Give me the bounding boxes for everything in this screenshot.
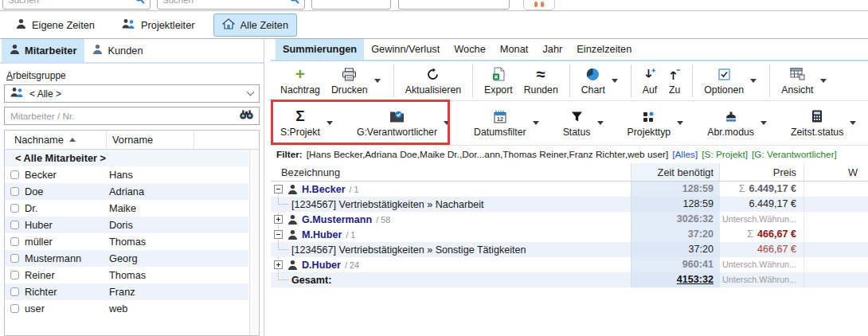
tab-kunden[interactable]: Kunden <box>84 39 151 62</box>
toolbar-button-nachtrag[interactable]: +Nachtrag <box>275 61 326 100</box>
toolbar-button-projekttyp[interactable]: Projekttyp <box>622 101 691 145</box>
toolbar-button-chart[interactable]: Chart <box>576 61 625 100</box>
toolbar-button-abr-modus[interactable]: Abr.modus <box>702 101 774 145</box>
tab-gewinn-verlust[interactable]: Gewinn/Verlust <box>364 39 447 60</box>
toolbar-button-zeitst-status[interactable]: Zeitst.status <box>785 101 863 145</box>
toolbar-button-zu[interactable]: Zu <box>663 61 686 100</box>
projekttyp-dropdown-arrow[interactable] <box>677 121 683 125</box>
chart-dropdown-arrow[interactable] <box>612 79 618 83</box>
employee-checkbox[interactable] <box>10 187 19 196</box>
column-header-waehrung[interactable]: W <box>803 163 868 181</box>
employee-row[interactable]: BeckerHans <box>5 166 248 183</box>
panel-splitter[interactable] <box>264 39 271 336</box>
employee-checkbox[interactable] <box>10 271 19 279</box>
tab-woche[interactable]: Woche <box>447 39 493 60</box>
view-tab-projektleiter[interactable]: Projektleiter <box>113 14 204 37</box>
employee-row[interactable]: RichterFranz <box>5 283 248 300</box>
employee-row[interactable]: DoeAdriana <box>5 183 248 200</box>
status-dropdown-arrow[interactable] <box>597 121 604 125</box>
filter-group-mode: [G: Verantwortlicher] <box>752 149 837 160</box>
g-verantwortlicher-dropdown-arrow[interactable] <box>444 121 450 125</box>
employee-checkbox[interactable] <box>10 304 19 313</box>
zeitst-status-dropdown-arrow[interactable] <box>850 121 856 125</box>
tab-jahr[interactable]: Jahr <box>535 39 569 60</box>
filter-employees: [Hans Becker,Adriana Doe,Maike Dr.,Dor..… <box>307 149 668 160</box>
employee-search-input[interactable]: Mitarbeiter / Nr. <box>4 107 260 125</box>
employee-row[interactable]: Dr.Maike <box>5 200 248 217</box>
toolbar-button-drucken[interactable]: Drucken <box>326 61 388 100</box>
tab-summierungen[interactable]: Summierungen <box>276 39 364 60</box>
abr-modus-dropdown-arrow[interactable] <box>760 121 767 125</box>
employee-row[interactable]: ReinerThomas <box>5 267 248 283</box>
optionen-dropdown-arrow[interactable] <box>750 79 757 83</box>
warning-icon <box>534 2 538 7</box>
toolbar-button-status[interactable]: Status <box>557 101 611 145</box>
toolbar-button-export[interactable]: Export <box>479 61 518 100</box>
options-check-icon <box>718 66 730 82</box>
collapse-toggle[interactable] <box>274 185 283 193</box>
search-input[interactable]: Suchen <box>2 0 151 10</box>
ansicht-dropdown-arrow[interactable] <box>820 79 827 83</box>
column-header-zeit[interactable]: Zeit benötigt <box>631 163 719 181</box>
toolbar-button-datumsfilter[interactable]: 12Datumsfilter <box>468 101 546 145</box>
toolbar-button-body: Projekttyp <box>628 108 671 138</box>
scrollbar-track[interactable] <box>249 150 259 335</box>
view-tab-alle-zeiten[interactable]: Alle Zeiten <box>213 14 297 37</box>
employee-checkbox[interactable] <box>10 170 19 179</box>
toolbar-button-auf[interactable]: Auf <box>637 61 663 100</box>
expand-toggle[interactable] <box>274 215 283 224</box>
expand-toggle[interactable] <box>274 260 283 269</box>
summary-row[interactable]: M.Huber/ 137:20Σ466,67 € <box>271 227 868 242</box>
employee-row[interactable]: userweb <box>5 300 248 317</box>
tab-einzelzeiten[interactable]: Einzelzeiten <box>569 39 639 60</box>
toolbar-button-runden[interactable]: ≈Runden <box>518 61 564 100</box>
column-header-preis[interactable]: Preis <box>719 163 803 181</box>
toolbar-button-ansicht[interactable]: Ansicht <box>776 61 833 100</box>
price-value: 466,67 € <box>757 229 796 240</box>
person-icon <box>287 260 298 271</box>
price-cell: Σ6.449,17 € <box>719 182 803 197</box>
view-tab-eigene-zeiten[interactable]: Eigene Zeiten <box>7 14 104 37</box>
column-header-bezeichnung[interactable]: Bezeichnung <box>271 163 631 181</box>
drucken-dropdown-arrow[interactable] <box>374 79 381 83</box>
toolbar-button-body: Chart <box>581 66 605 96</box>
search-input-2[interactable]: Suchen <box>157 0 305 10</box>
alert-button[interactable] <box>523 0 555 10</box>
approx-icon: ≈ <box>537 66 545 82</box>
toolbar-button-label: Abr.modus <box>707 127 754 138</box>
sigma-icon: Σ <box>739 183 745 194</box>
workgroup-select[interactable]: < Alle > <box>4 84 260 103</box>
employee-nachname: user <box>25 303 104 315</box>
employee-row[interactable]: müllerThomas <box>5 233 248 250</box>
s-projekt-dropdown-arrow[interactable] <box>326 121 333 125</box>
toolbar-button-optionen[interactable]: Optionen <box>698 61 764 100</box>
summary-child-row[interactable]: [1234567] Vertriebstätigkeiten » Nacharb… <box>271 197 868 212</box>
employee-checkbox[interactable] <box>10 287 19 296</box>
employee-checkbox[interactable] <box>10 254 19 263</box>
summary-row[interactable]: G.Mustermann/ 583026:32Untersch.Währun..… <box>271 212 868 227</box>
summary-row[interactable]: H.Becker/ 1128:59Σ6.449,17 € <box>271 182 868 197</box>
toolbar-button-aktualisieren[interactable]: Aktualisieren <box>400 61 467 100</box>
datumsfilter-dropdown-arrow[interactable] <box>533 121 539 125</box>
tab-mitarbeiter[interactable]: Mitarbeiter <box>2 39 84 62</box>
filter-field[interactable] <box>311 0 391 10</box>
tab-monat[interactable]: Monat <box>493 39 536 60</box>
column-header-vorname[interactable]: Vorname <box>107 131 194 149</box>
toolbar-button-label: S:Projekt <box>280 127 320 138</box>
collapse-toggle[interactable] <box>274 230 283 239</box>
home-icon <box>222 18 235 32</box>
column-header-nachname[interactable]: Nachname <box>5 131 107 149</box>
view-tabs: Eigene ZeitenProjektleiterAlle Zeiten <box>0 11 868 39</box>
toolbar-button-g-verantwortlicher[interactable]: G:Verantwortlicher <box>351 101 457 145</box>
summary-row[interactable]: D.Huber/ 24960:41Untersch.Währun... <box>271 257 868 272</box>
employee-row[interactable]: HuberDoris <box>5 217 248 233</box>
all-employees-row[interactable]: < Alle Mitarbeiter > <box>5 150 248 166</box>
employee-checkbox[interactable] <box>10 221 19 229</box>
filter-field-2[interactable] <box>398 0 510 10</box>
summary-total-row[interactable]: Gesamt:4153:32Untersch.Währun... <box>271 272 868 287</box>
employee-checkbox[interactable] <box>10 237 19 246</box>
summary-child-row[interactable]: [1234567] Vertriebstätigkeiten » Sonstig… <box>271 242 868 257</box>
toolbar-button-s-projekt[interactable]: ΣS:Projekt <box>275 101 340 145</box>
employee-row[interactable]: MustermannGeorg <box>5 250 248 267</box>
employee-checkbox[interactable] <box>10 204 19 213</box>
